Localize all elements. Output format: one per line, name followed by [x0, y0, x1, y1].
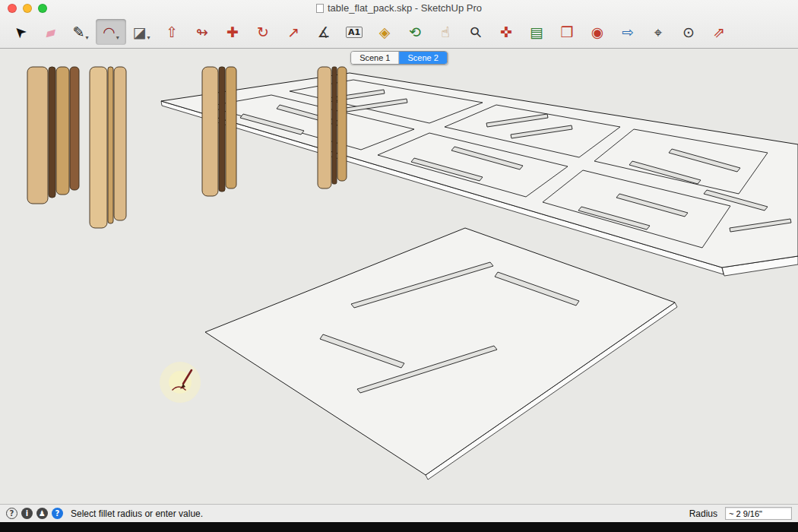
match-photo-tool-button[interactable]: ◉: [582, 19, 613, 45]
rectangle-icon: ◪: [133, 25, 147, 40]
window-title: table_flat_pack.skp - SketchUp Pro: [0, 2, 798, 14]
select-tool-button[interactable]: ➤: [5, 19, 35, 45]
leg-board[interactable]: [90, 67, 107, 228]
account-icon[interactable]: ♟: [36, 508, 48, 519]
move-tool-button[interactable]: ✚: [217, 19, 248, 45]
arc-fillet-icon: ◠: [103, 25, 116, 40]
scale-tool-button[interactable]: ↗: [278, 19, 309, 45]
follow-me-icon: ↬: [196, 25, 208, 40]
radius-measurement-box[interactable]: [725, 507, 792, 520]
document-icon: [316, 4, 324, 13]
rectangle-dropdown-caret-icon[interactable]: ▾: [147, 34, 150, 41]
zoom-extents-tool-button[interactable]: ✜: [491, 19, 521, 45]
paint-bucket-icon: ◈: [379, 25, 391, 40]
sketchup-window: table_flat_pack.skp - SketchUp Pro ➤▰✎▾◠…: [0, 0, 798, 532]
help-icon[interactable]: ?: [6, 508, 17, 519]
look-around-icon: ⊙: [682, 25, 695, 40]
fillet-tool-cursor: [160, 362, 201, 403]
orbit-tool-button[interactable]: ⟲: [400, 19, 430, 45]
follow-me-tool-button[interactable]: ↬: [187, 19, 217, 45]
leg-stack-3[interactable]: [202, 67, 236, 196]
viewport[interactable]: Scene 1Scene 2: [0, 49, 798, 504]
walk-icon: ⇗: [713, 25, 725, 40]
leg-board[interactable]: [332, 67, 337, 184]
leg-stack-1[interactable]: [27, 67, 79, 204]
zoom-icon: ⚲: [467, 23, 484, 40]
zoom-tool-button[interactable]: ⚲: [461, 19, 491, 45]
toolbar: ➤▰✎▾◠▾◪▾⇧↬✚↻↗∡A1◈⟲☝⚲✜▤❒◉⇨⌖⊙⇗: [0, 17, 798, 47]
match-photo-icon: ◉: [591, 25, 604, 40]
leg-board[interactable]: [114, 67, 126, 220]
walk-tool-button[interactable]: ⇗: [704, 19, 734, 45]
leg-board[interactable]: [219, 67, 225, 192]
pan-tool-button[interactable]: ☝: [430, 19, 461, 45]
line-dropdown-caret-icon[interactable]: ▾: [85, 34, 88, 41]
foreground-panel[interactable]: [205, 228, 677, 480]
help-center-icon[interactable]: ?: [52, 508, 63, 519]
leg-stack-2[interactable]: [90, 67, 126, 228]
eraser-tool-button[interactable]: ▰: [35, 19, 65, 45]
position-camera-tool-button[interactable]: ⌖: [643, 19, 673, 45]
select-icon: ➤: [11, 23, 30, 42]
tape-measure-icon: ∡: [317, 25, 330, 40]
move-icon: ✚: [226, 25, 239, 40]
line-tool-button[interactable]: ✎▾: [65, 19, 96, 45]
radius-label: Radius: [689, 508, 717, 519]
window-chrome: table_flat_pack.skp - SketchUp Pro ➤▰✎▾◠…: [0, 0, 798, 49]
photo-textures-icon: ❒: [560, 25, 573, 40]
add-location-icon: ▤: [530, 25, 543, 40]
line-icon: ✎: [73, 25, 85, 40]
statusbar: ?i♟? Select fillet radius or enter value…: [0, 504, 798, 522]
paint-bucket-tool-button[interactable]: ◈: [369, 19, 400, 45]
photo-textures-tool-button[interactable]: ❒: [552, 19, 582, 45]
leg-board[interactable]: [108, 67, 113, 223]
scale-icon: ↗: [287, 25, 299, 40]
info-icon[interactable]: i: [21, 508, 33, 519]
window-title-text: table_flat_pack.skp - SketchUp Pro: [328, 2, 482, 14]
tape-measure-tool-button[interactable]: ∡: [309, 19, 339, 45]
share-model-icon: ⇨: [622, 25, 634, 40]
leg-board[interactable]: [70, 67, 79, 190]
rotate-tool-button[interactable]: ↻: [248, 19, 278, 45]
push-pull-icon: ⇧: [166, 25, 178, 40]
scene-tab-scene-2[interactable]: Scene 2: [400, 52, 447, 64]
share-model-tool-button[interactable]: ⇨: [613, 19, 643, 45]
push-pull-tool-button[interactable]: ⇧: [157, 19, 187, 45]
look-around-tool-button[interactable]: ⊙: [673, 19, 704, 45]
bottom-strip: [0, 522, 798, 532]
titlebar: table_flat_pack.skp - SketchUp Pro: [0, 0, 798, 17]
leg-stack-4[interactable]: [318, 67, 347, 188]
arc-fillet-dropdown-caret-icon[interactable]: ▾: [116, 34, 119, 41]
panel-face[interactable]: [205, 228, 675, 475]
leg-board[interactable]: [337, 67, 347, 181]
leg-board[interactable]: [226, 67, 236, 188]
leg-board[interactable]: [202, 67, 218, 196]
leg-board[interactable]: [27, 67, 48, 204]
scene-tab-scene-1[interactable]: Scene 1: [351, 52, 399, 64]
zoom-extents-icon: ✜: [500, 25, 512, 40]
pan-icon: ☝: [441, 25, 450, 40]
rectangle-tool-button[interactable]: ◪▾: [126, 19, 157, 45]
rotate-icon: ↻: [257, 25, 269, 40]
scene-tabs: Scene 1Scene 2: [350, 51, 448, 65]
orbit-icon: ⟲: [409, 25, 421, 40]
eraser-icon: ▰: [43, 24, 57, 40]
arc-fillet-tool-button[interactable]: ◠▾: [96, 19, 126, 45]
status-message: Select fillet radius or enter value.: [71, 508, 203, 519]
text-icon: A1: [346, 27, 363, 38]
add-location-tool-button[interactable]: ▤: [521, 19, 552, 45]
viewport-canvas[interactable]: [0, 49, 798, 504]
text-tool-button[interactable]: A1: [339, 19, 369, 45]
leg-board[interactable]: [49, 67, 55, 198]
leg-board[interactable]: [56, 67, 69, 195]
leg-board[interactable]: [318, 67, 331, 188]
statusbar-icons: ?i♟?: [6, 508, 63, 519]
position-camera-icon: ⌖: [654, 25, 663, 40]
